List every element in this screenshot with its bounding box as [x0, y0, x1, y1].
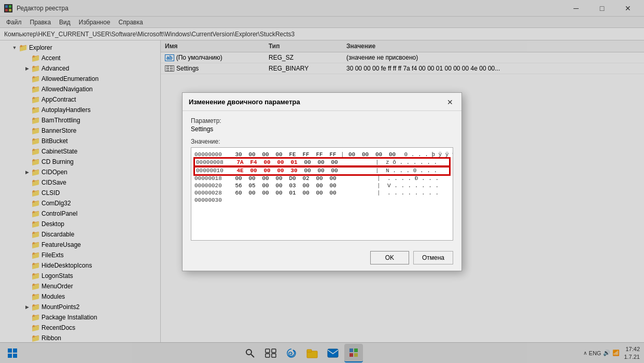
hex-row: 00000020 56 05 00 00 03 00 00 00 | V .: [194, 182, 450, 189]
hex-row: 00000000 30 00 00 00 FE FF FF FF |: [194, 151, 450, 158]
hex-row: 00000018 00 00 00 00 D0 02 00 00 | . .: [194, 175, 450, 182]
hex-offset: 00000030: [194, 197, 231, 203]
hex-editor[interactable]: 00000000 30 00 00 00 FE FF FF FF |: [191, 147, 453, 241]
dialog-buttons: OK Отмена: [191, 247, 453, 264]
dialog-body: Параметр: Settings Значение: 00000000 30…: [183, 111, 461, 271]
hex-row-highlighted: 00000008 7A F4 00 00 01 00 00 00 | z ô: [194, 158, 450, 166]
hex-offset: 00000008: [196, 159, 232, 165]
dialog-title: Изменение двоичного параметра: [189, 98, 300, 106]
hex-row: 00000028 60 00 00 00 01 00 00 00 | . .: [194, 189, 450, 197]
dialog-close-button[interactable]: ✕: [445, 97, 455, 107]
hex-offset: 00000028: [194, 190, 231, 196]
hex-offset: 00000018: [194, 175, 231, 182]
hex-ascii: z ô . . . . . .: [386, 159, 448, 165]
hex-ascii: 0 . . . þ ÿ ÿ ÿ: [404, 151, 453, 158]
hex-bytes-2: 00 00 00 00: [346, 151, 398, 158]
dialog-param-value: Settings: [191, 125, 453, 133]
hex-ascii: . . . . . . . .: [387, 190, 450, 196]
dialog-value-label: Значение:: [191, 138, 453, 145]
hex-bytes: 7A F4 00 00 01 00 00 00: [234, 159, 373, 165]
hex-bytes: 4E 00 00 00 30 00 00 00: [234, 167, 373, 174]
hex-offset: 00000020: [194, 183, 231, 189]
hex-bytes: 60 00 00 00 01 00 00 00: [233, 190, 375, 196]
hex-bytes: 30 00 00 00 FE FF FF FF: [233, 151, 339, 158]
dialog-param-label: Параметр:: [191, 117, 453, 124]
dialog-overlay: Изменение двоичного параметра ✕ Параметр…: [0, 0, 644, 363]
ok-button[interactable]: OK: [370, 251, 409, 264]
hex-ascii: . . . . Ð . . .: [387, 175, 450, 182]
hex-offset: 00000000: [194, 151, 231, 158]
hex-ascii: V . . . . . . .: [387, 183, 450, 189]
hex-offset: 00000010: [196, 167, 232, 174]
hex-ascii: N . . . 0 . . .: [386, 167, 448, 174]
hex-row: 00000030: [194, 197, 450, 204]
hex-row-highlighted: 00000010 4E 00 00 00 30 00 00 00 | N .: [194, 166, 450, 175]
hex-bytes: 56 05 00 00 03 00 00 00: [233, 183, 375, 189]
hex-bytes: 00 00 00 00 D0 02 00 00: [233, 175, 375, 182]
cancel-button[interactable]: Отмена: [413, 251, 453, 264]
dialog-title-bar: Изменение двоичного параметра ✕: [183, 93, 461, 111]
dialog: Изменение двоичного параметра ✕ Параметр…: [182, 92, 462, 271]
